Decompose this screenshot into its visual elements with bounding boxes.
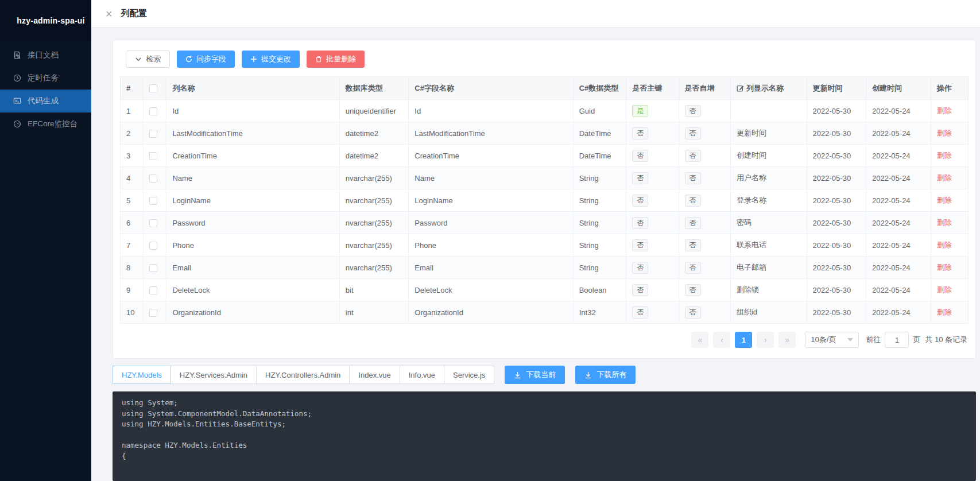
sidebar-item-label: 代码生成	[28, 96, 59, 106]
cs-field-cell: Name	[409, 167, 573, 189]
prev-page-button[interactable]: ‹	[713, 332, 730, 348]
row-checkbox-cell	[144, 100, 166, 122]
submit-changes-button[interactable]: 提交更改	[242, 51, 300, 68]
display-name-cell[interactable]: 电子邮箱	[730, 257, 807, 279]
download-current-button[interactable]: 下载当前	[505, 366, 565, 384]
download-all-label: 下载所有	[596, 370, 626, 380]
delete-link[interactable]: 删除	[937, 263, 952, 271]
row-checkbox[interactable]	[149, 107, 157, 115]
row-index: 6	[121, 212, 144, 234]
display-name-cell[interactable]: 删除锁	[730, 279, 807, 301]
row-checkbox[interactable]	[149, 286, 157, 294]
tab-info-vue[interactable]: Info.vue	[400, 366, 444, 384]
cs-field-cell: Id	[409, 100, 573, 122]
goto-page-input[interactable]	[885, 332, 909, 348]
created-cell: 2022-05-24	[866, 167, 931, 189]
sidebar-item-code-generation[interactable]: 代码生成	[0, 90, 91, 113]
display-name-cell[interactable]	[730, 100, 807, 122]
col-cs-field: C#字段名称	[409, 77, 573, 100]
column-name-cell: Id	[166, 100, 339, 122]
first-page-button[interactable]: «	[691, 332, 708, 348]
last-page-button[interactable]: »	[778, 332, 796, 348]
next-page-button[interactable]: ›	[757, 332, 774, 348]
display-name-cell[interactable]: 更新时间	[730, 122, 807, 145]
row-checkbox-cell	[144, 234, 166, 257]
close-icon[interactable]: ×	[106, 8, 113, 20]
code-line	[122, 430, 967, 441]
db-type-cell: datetime2	[339, 122, 409, 145]
sidebar-item-api-docs[interactable]: 接口文档	[0, 44, 91, 67]
cs-field-cell: OrganizationId	[409, 301, 573, 324]
download-all-button[interactable]: 下载所有	[575, 366, 636, 384]
goto-label: 前往	[866, 335, 881, 345]
cs-type-cell: Int32	[573, 301, 626, 324]
tab-hzy-controllers-admin[interactable]: HZY.Controllers.Admin	[256, 366, 350, 384]
row-checkbox[interactable]	[149, 242, 157, 250]
page-size-select[interactable]: 10条/页	[805, 332, 859, 348]
row-checkbox[interactable]	[149, 174, 157, 183]
display-name-cell[interactable]: 联系电话	[730, 234, 807, 257]
display-name-cell[interactable]: 组织id	[730, 301, 807, 324]
delete-link[interactable]: 删除	[937, 106, 952, 115]
row-checkbox[interactable]	[149, 152, 157, 160]
column-name-cell: Password	[166, 212, 339, 234]
table-row: 4Namenvarchar(255)NameString否否用户名称2022-0…	[121, 167, 969, 189]
batch-delete-button[interactable]: 批量删除	[307, 51, 365, 68]
delete-link[interactable]: 删除	[937, 240, 952, 249]
display-name-cell[interactable]: 创建时间	[730, 145, 807, 167]
cs-field-cell: Email	[409, 257, 573, 279]
created-cell: 2022-05-24	[866, 257, 931, 279]
page-number-button[interactable]: 1	[735, 332, 752, 348]
refresh-icon	[185, 56, 192, 63]
code-preview[interactable]: using System;using System.ComponentModel…	[113, 391, 976, 481]
delete-link[interactable]: 删除	[937, 151, 952, 160]
code-line: using System;	[122, 398, 967, 409]
delete-link[interactable]: 删除	[937, 173, 952, 182]
code-line: {	[122, 451, 967, 462]
display-name-cell[interactable]: 密码	[730, 212, 807, 234]
chevron-down-icon	[135, 56, 142, 63]
sidebar-item-efcore-monitor[interactable]: EFCore监控台	[0, 113, 91, 135]
updated-cell: 2022-05-30	[807, 257, 866, 279]
inc-tag: 否	[685, 307, 701, 319]
column-name-cell: LastModificationTime	[166, 122, 339, 145]
display-name-cell[interactable]: 用户名称	[730, 167, 807, 189]
row-checkbox[interactable]	[149, 309, 157, 317]
tab-hzy-models[interactable]: HZY.Models	[113, 366, 171, 384]
delete-link[interactable]: 删除	[937, 218, 952, 227]
delete-link[interactable]: 删除	[937, 129, 952, 137]
updated-cell: 2022-05-30	[807, 167, 866, 189]
code-icon	[13, 97, 22, 106]
delete-link[interactable]: 删除	[937, 285, 952, 294]
actions-cell: 删除	[931, 234, 968, 257]
edit-icon	[737, 84, 744, 92]
row-checkbox[interactable]	[149, 130, 157, 138]
row-checkbox[interactable]	[149, 197, 157, 205]
row-checkbox-cell	[144, 279, 166, 301]
row-checkbox[interactable]	[149, 219, 157, 227]
delete-link[interactable]: 删除	[937, 196, 952, 204]
tab-index-vue[interactable]: Index.vue	[349, 366, 400, 384]
pk-tag: 否	[632, 127, 648, 139]
db-type-cell: nvarchar(255)	[339, 189, 409, 212]
toolbar: 检索 同步字段 提交更改 批量删除	[126, 51, 969, 68]
pk-tag: 否	[632, 172, 648, 184]
cs-type-cell: String	[573, 212, 626, 234]
display-name-cell[interactable]: 登录名称	[730, 189, 807, 212]
select-all-checkbox[interactable]	[149, 84, 157, 92]
tab-service-js[interactable]: Service.js	[444, 366, 494, 384]
sidebar-item-label: 接口文档	[28, 50, 59, 60]
sidebar-item-label: 定时任务	[28, 73, 59, 83]
sidebar-item-scheduled-tasks[interactable]: 定时任务	[0, 67, 91, 90]
cs-field-cell: Password	[409, 212, 573, 234]
column-name-cell: CreationTime	[166, 145, 339, 167]
row-checkbox-cell	[144, 301, 166, 324]
sync-fields-button[interactable]: 同步字段	[177, 51, 235, 68]
tab-hzy-services-admin[interactable]: HZY.Services.Admin	[171, 366, 257, 384]
search-button[interactable]: 检索	[126, 51, 170, 68]
row-checkbox[interactable]	[149, 264, 157, 272]
total-records-label: 共 10 条记录	[925, 335, 967, 345]
plus-icon	[250, 56, 257, 63]
delete-link[interactable]: 删除	[937, 308, 952, 316]
app-title: hzy-admin-spa-ui	[0, 0, 91, 41]
